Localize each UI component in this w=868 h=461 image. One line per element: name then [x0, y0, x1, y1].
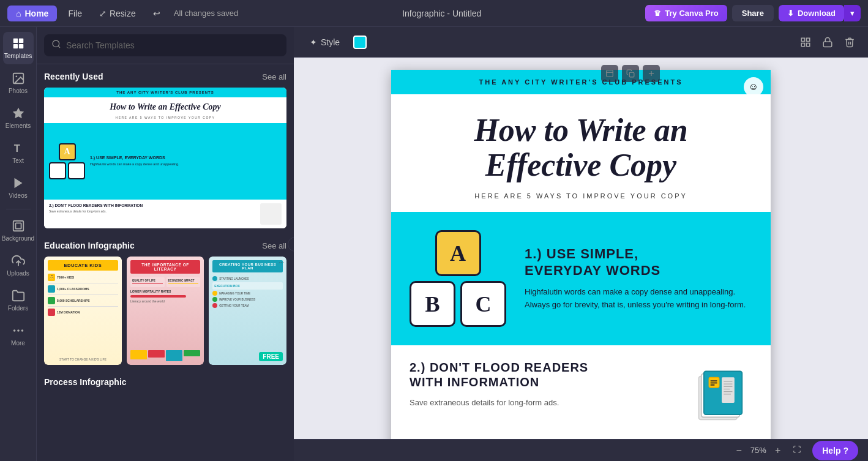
recently-used-grid: THE ANY CITY WRITER'S CLUB PRESENTS How …	[44, 88, 286, 228]
sidebar-item-more[interactable]: More	[3, 319, 34, 351]
fullscreen-button[interactable]	[789, 444, 805, 457]
education-section-header: Education Infographic See all	[44, 241, 286, 250]
block-a: A	[435, 230, 481, 276]
info-point-2-section: 2.) DON'T FLOOD READERSWITH INFORMATION …	[391, 345, 771, 439]
education-see-all[interactable]: See all	[262, 241, 286, 250]
canvas-viewport[interactable]: ☺ THE ANY CITY WRITER'S CLUB PRESENTS Ho…	[294, 58, 868, 439]
template-panel: Recently Used See all THE ANY CITY WRITE…	[37, 27, 294, 461]
infographic-title: How to Write an Effective Copy	[416, 113, 746, 182]
sidebar-item-folders[interactable]: Folders	[3, 284, 34, 317]
undo-button[interactable]: ↩	[147, 6, 166, 21]
process-section-title: Process Infographic	[44, 377, 127, 387]
download-caret-button[interactable]: ▾	[844, 5, 861, 21]
sidebar-label-videos: Videos	[9, 192, 27, 199]
title-section: How to Write an Effective Copy HERE ARE …	[391, 94, 771, 212]
sidebar-label-more: More	[11, 340, 25, 347]
sidebar-label-templates: Templates	[4, 53, 32, 59]
help-label: Help ?	[822, 446, 848, 455]
lock-button[interactable]	[819, 34, 836, 51]
canvas-toolbar: ✦ Style	[294, 27, 868, 58]
reaction-button[interactable]: ☺	[744, 77, 763, 97]
recently-used-see-all[interactable]: See all	[262, 72, 286, 81]
canvas-footer: − 75% + Help ?	[294, 439, 868, 461]
svg-marker-8	[14, 178, 22, 189]
edu-thumb-1[interactable]: EDUCATE KIDS 👶 700K+ KIDS 1,000+ CLASSRO…	[44, 257, 122, 365]
file-label: File	[68, 9, 82, 18]
grid-button[interactable]	[797, 34, 814, 51]
file-button[interactable]: File	[62, 6, 88, 21]
block-b: B	[410, 281, 455, 327]
share-button[interactable]: Share	[732, 5, 774, 21]
try-pro-button[interactable]: ♛ Try Canva Pro	[645, 5, 727, 21]
svg-rect-0	[13, 39, 17, 43]
svg-rect-2	[13, 44, 17, 48]
style-button[interactable]: ✦ Style	[304, 34, 346, 50]
share-label: Share	[742, 9, 764, 18]
sidebar-item-photos[interactable]: Photos	[3, 67, 34, 99]
sidebar-item-elements[interactable]: Elements	[3, 102, 34, 134]
edu-thumb-3[interactable]: ··· CREATING YOUR BUSINESS PLAN STARTING…	[209, 257, 286, 365]
add-page-btn[interactable]	[643, 65, 660, 82]
point-2-text: Save extraneous details for long-form ad…	[410, 397, 676, 410]
point2-number: 2.)	[410, 361, 425, 374]
svg-rect-24	[629, 72, 634, 77]
sparkle-icon: ✦	[310, 37, 317, 47]
topbar-right: ♛ Try Canva Pro Share ⬇ Download ▾	[645, 5, 861, 21]
sidebar-label-folders: Folders	[8, 305, 28, 312]
education-section-title: Education Infographic	[44, 241, 135, 250]
sidebar-label-photos: Photos	[9, 88, 28, 94]
recently-used-title: Recently Used	[44, 72, 103, 81]
template-search-area	[37, 27, 294, 64]
sidebar-item-videos[interactable]: Videos	[3, 171, 34, 204]
sidebar-label-elements: Elements	[6, 122, 31, 129]
save-status: All changes saved	[174, 9, 239, 18]
canvas-page[interactable]: ☺ THE ANY CITY WRITER'S CLUB PRESENTS Ho…	[391, 70, 771, 439]
resize-label: Resize	[110, 9, 136, 18]
free-badge: FREE	[259, 352, 283, 361]
zoom-out-button[interactable]: −	[733, 444, 746, 457]
help-button[interactable]: Help ?	[812, 441, 858, 460]
sidebar-item-background[interactable]: Background	[3, 214, 34, 247]
search-input[interactable]	[66, 40, 279, 50]
sidebar-label-background: Background	[2, 235, 34, 242]
zoom-level: 75%	[750, 446, 766, 455]
svg-point-13	[17, 329, 20, 332]
edu-thumb-2[interactable]: THE IMPORTANCE OF LITERACY QUALITY OF LI…	[127, 257, 204, 365]
download-label: Download	[798, 9, 836, 18]
sidebar-item-uploads[interactable]: Uploads	[3, 249, 34, 282]
recently-used-header: Recently Used See all	[44, 72, 286, 81]
infographic-subtitle: HERE ARE 5 WAYS TO IMPROVE YOUR COPY	[416, 192, 746, 200]
home-label: Home	[24, 9, 48, 18]
resize-button[interactable]: ⤢ Resize	[93, 6, 142, 21]
infographic-header: THE ANY CITY WRITER'S CLUB PRESENTS	[391, 70, 771, 94]
svg-point-14	[21, 329, 23, 332]
block-c: C	[460, 281, 506, 327]
home-button[interactable]: ⌂ Home	[7, 6, 57, 21]
download-button[interactable]: ⬇ Download	[779, 5, 844, 21]
duplicate-page-btn[interactable]	[622, 65, 639, 82]
style-label: Style	[321, 37, 340, 47]
recently-used-thumb[interactable]: THE ANY CITY WRITER'S CLUB PRESENTS How …	[44, 88, 286, 228]
sidebar-item-text[interactable]: T Text	[3, 137, 34, 169]
point-2-title: 2.) DON'T FLOOD READERSWITH INFORMATION	[410, 360, 676, 389]
svg-point-15	[53, 40, 59, 47]
info-point-1-section: A B C 1.) USE SIMPLE,EVERYDAY WORDS High…	[391, 212, 771, 345]
sidebar-label-text: Text	[12, 157, 23, 164]
svg-point-5	[15, 75, 17, 77]
color-swatch[interactable]	[353, 36, 367, 49]
svg-marker-6	[12, 108, 23, 118]
svg-rect-21	[823, 42, 832, 47]
try-pro-label: Try Canva Pro	[665, 9, 718, 18]
book-icon	[691, 366, 752, 427]
zoom-in-button[interactable]: +	[771, 444, 784, 457]
delete-button[interactable]	[841, 34, 858, 51]
sidebar-item-templates[interactable]: Templates	[3, 32, 34, 64]
download-arrow-icon: ⬇	[787, 9, 794, 18]
canvas-toolbar-right	[797, 34, 858, 51]
point-2-content: 2.) DON'T FLOOD READERSWITH INFORMATION …	[410, 360, 676, 410]
svg-rect-30	[709, 378, 719, 388]
thumbnail-btn[interactable]	[601, 65, 618, 82]
search-icon	[51, 39, 61, 51]
svg-line-16	[58, 46, 60, 48]
process-section-header: Process Infographic	[44, 377, 286, 387]
